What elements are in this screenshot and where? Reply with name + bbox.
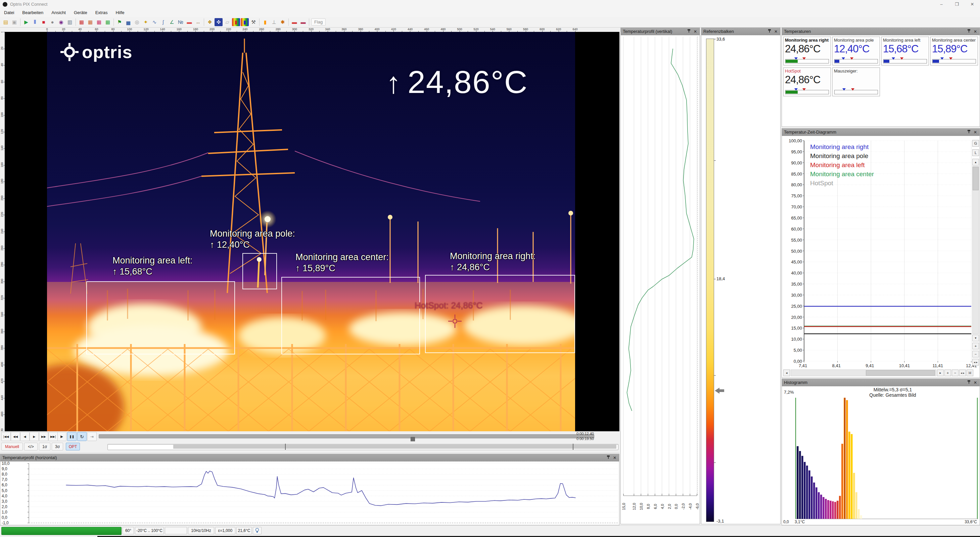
palette-rainbow2-icon[interactable]: ▮: [241, 18, 249, 26]
close-icon[interactable]: ✕: [774, 29, 778, 34]
v-scrollbar[interactable]: [972, 166, 979, 334]
fit-button[interactable]: ◄►: [972, 359, 979, 365]
tile-marker-red[interactable]: [851, 88, 854, 91]
tile-marker-red[interactable]: [949, 57, 953, 60]
skip-button-1[interactable]: ◀◀: [11, 432, 20, 441]
temperature-tile-1[interactable]: Monitoring area right24,86°C: [783, 37, 831, 65]
temperature-tile-6[interactable]: Mauszeiger:: [832, 67, 880, 96]
snapshot-icon[interactable]: ◉: [57, 18, 65, 26]
placeholder-icon[interactable]: ▱: [223, 18, 231, 26]
v-scrollbar-thumb[interactable]: [973, 167, 978, 190]
maximize-button[interactable]: ❒: [949, 0, 964, 9]
pause-button[interactable]: ❚❚: [67, 432, 76, 441]
copy-icon[interactable]: ▥: [66, 18, 74, 26]
manuell-button[interactable]: Manuell: [2, 443, 23, 450]
temperature-tile-2[interactable]: Monitoring area pole12,40°C: [832, 37, 880, 65]
menu-geräte[interactable]: Geräte: [70, 9, 91, 17]
tile-marker-red[interactable]: [900, 57, 904, 60]
digital-display-icon[interactable]: №: [177, 18, 185, 26]
scroll-down-button[interactable]: ▼: [972, 335, 979, 342]
pause-icon[interactable]: Ⅱ: [31, 18, 39, 26]
hand-tool-icon[interactable]: ❖: [206, 18, 214, 26]
opt-button[interactable]: OPT: [66, 443, 80, 450]
pin-icon[interactable]: [607, 456, 610, 460]
h-scrollbar-thumb[interactable]: [866, 370, 935, 376]
play-button[interactable]: ▶: [57, 432, 67, 441]
reference-colorbar[interactable]: [706, 38, 714, 522]
refbar-level-arrow[interactable]: [715, 388, 719, 394]
open-file-icon[interactable]: ▤: [2, 18, 10, 26]
tile-marker-blue[interactable]: [940, 57, 944, 60]
play-icon[interactable]: ▶: [22, 18, 30, 26]
menu-datei[interactable]: Datei: [0, 9, 18, 17]
palette-range-icon[interactable]: ▦: [78, 18, 86, 26]
temperature-tile-5[interactable]: HotSpot24,86°C: [783, 67, 831, 96]
time-diagram-icon[interactable]: ∠: [168, 18, 176, 26]
tile-marker-blue[interactable]: [794, 57, 798, 60]
area-rect-left[interactable]: [86, 281, 235, 354]
profile-vertical-icon[interactable]: ʃ: [159, 18, 167, 26]
range-button[interactable]: </>: [24, 443, 38, 450]
loop-button[interactable]: ↻: [77, 432, 87, 441]
alarm-ranges-icon[interactable]: ▬: [290, 18, 299, 26]
record-icon[interactable]: ●: [48, 18, 56, 26]
skip-button-3[interactable]: ▶: [30, 432, 39, 441]
measure-ruler-icon[interactable]: ↔: [194, 18, 202, 26]
h-zoom-in-button[interactable]: +: [944, 370, 951, 376]
menu-extras[interactable]: Extras: [91, 9, 112, 17]
tile-marker-blue[interactable]: [794, 88, 798, 91]
scroll-up-button[interactable]: ▲: [972, 159, 979, 165]
step-mode-button[interactable]: ⇥: [87, 432, 97, 441]
palette-low-icon[interactable]: ▦: [95, 18, 103, 26]
tools-icon[interactable]: ⚒: [250, 18, 258, 26]
thermal-image-view[interactable]: optris ↑24,86°C Monitoring area pole:↑ 1…: [5, 32, 619, 431]
save-icon[interactable]: ▣: [10, 18, 19, 26]
tile-marker-blue[interactable]: [892, 57, 895, 60]
sigma1-button[interactable]: 1σ: [39, 443, 50, 450]
reference-column-icon[interactable]: ▮: [261, 18, 269, 26]
pin-icon[interactable]: [967, 29, 970, 34]
temperature-tile-3[interactable]: Monitoring area left15,68°C: [881, 37, 929, 65]
alarm-setup-icon[interactable]: ▬: [299, 18, 307, 26]
video-settings-icon[interactable]: ◎: [133, 18, 141, 26]
menu-ansicht[interactable]: Ansicht: [47, 9, 70, 17]
thermal-image[interactable]: optris ↑24,86°C Monitoring area pole:↑ 1…: [47, 32, 575, 431]
close-icon[interactable]: ✕: [613, 456, 616, 460]
histogram-view-icon[interactable]: ▅: [124, 18, 132, 26]
seek-slider[interactable]: [99, 434, 594, 438]
pin-icon[interactable]: [687, 29, 690, 34]
sigma3-button[interactable]: 3σ: [52, 443, 63, 450]
device-setup-icon[interactable]: ✱: [278, 18, 287, 26]
close-icon[interactable]: ✕: [974, 130, 977, 135]
pin-icon[interactable]: [967, 130, 970, 135]
reference-line-icon[interactable]: ▬: [185, 18, 193, 26]
zoom-in-button[interactable]: +: [972, 343, 979, 350]
skip-button-0[interactable]: |◀◀: [2, 432, 11, 441]
h-fit-button[interactable]: ◄►: [959, 370, 966, 376]
range-slider[interactable]: [107, 444, 619, 450]
palette-rainbow1-icon[interactable]: ▮: [232, 18, 240, 26]
l-button[interactable]: L: [972, 149, 979, 156]
tile-marker-red[interactable]: [802, 88, 806, 91]
pan-zoom-icon[interactable]: ✜: [215, 18, 223, 26]
scroll-left-button[interactable]: ◄: [783, 370, 790, 376]
tile-marker-red[interactable]: [850, 57, 853, 60]
close-icon[interactable]: ✕: [974, 380, 977, 385]
area-rect-center[interactable]: [282, 277, 420, 354]
minimize-button[interactable]: –: [934, 0, 949, 9]
flag-button[interactable]: Flag: [311, 19, 326, 25]
zoom-out-button[interactable]: −: [972, 351, 979, 357]
tile-marker-blue[interactable]: [842, 88, 846, 91]
tile-marker-blue[interactable]: [842, 57, 845, 60]
stop-icon[interactable]: ■: [40, 18, 48, 26]
close-icon[interactable]: ✕: [974, 29, 977, 34]
close-icon[interactable]: ✕: [694, 29, 697, 34]
history-button[interactable]: H: [967, 370, 973, 376]
color-adjust-icon[interactable]: ✦: [142, 18, 150, 26]
palette-high-icon[interactable]: ▦: [104, 18, 112, 26]
scroll-right-button[interactable]: ►: [937, 370, 944, 376]
pin-icon[interactable]: [768, 29, 771, 34]
skip-button-4[interactable]: ▶▶: [39, 432, 48, 441]
area-rect-pole[interactable]: [242, 253, 277, 289]
temperature-tile-4[interactable]: Monitoring area center15,89°C: [930, 37, 978, 65]
